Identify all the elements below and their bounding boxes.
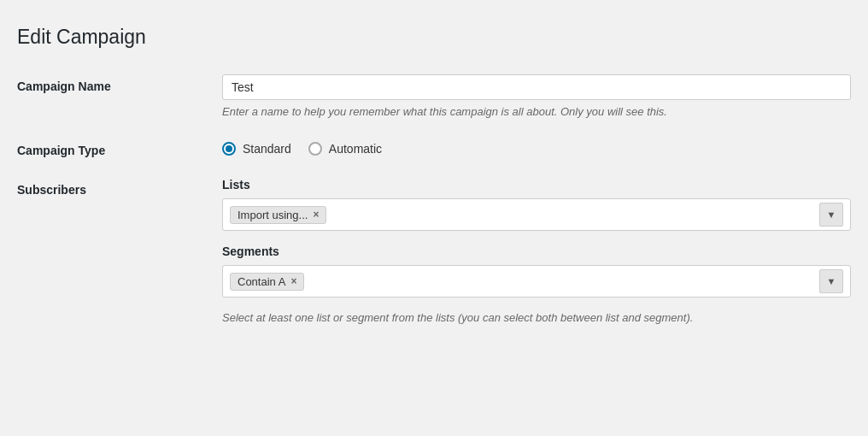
segment-item: Contain A × xyxy=(230,273,304,291)
radio-standard-circle xyxy=(222,142,236,156)
list-item-remove[interactable]: × xyxy=(313,209,319,220)
radio-automatic-circle xyxy=(308,142,322,156)
subscribers-row: Subscribers Lists Import using... × ▼ Se… xyxy=(17,178,851,324)
lists-select-container[interactable]: Import using... × ▼ xyxy=(222,198,851,231)
subscribers-label: Subscribers xyxy=(17,178,222,197)
campaign-type-radio-group: Standard Automatic xyxy=(222,138,851,156)
list-item-label: Import using... xyxy=(238,209,308,221)
lists-tags: Import using... × xyxy=(230,206,816,224)
campaign-name-row: Campaign Name Enter a name to help you r… xyxy=(17,74,851,118)
subscribers-field: Lists Import using... × ▼ Segments Conta… xyxy=(222,178,851,324)
radio-standard-label: Standard xyxy=(243,142,291,156)
campaign-name-input[interactable] xyxy=(222,74,851,100)
campaign-name-label: Campaign Name xyxy=(17,74,222,93)
segments-tags: Contain A × xyxy=(230,273,816,291)
lists-section-label: Lists xyxy=(222,178,851,191)
segments-dropdown-arrow[interactable]: ▼ xyxy=(819,269,843,293)
campaign-type-label: Campaign Type xyxy=(17,138,222,157)
subscribers-hint: Select at least one list or segment from… xyxy=(222,311,851,324)
segments-section-label: Segments xyxy=(222,245,851,258)
segment-item-label: Contain A xyxy=(238,275,285,288)
campaign-type-row: Campaign Type Standard Automatic xyxy=(17,138,851,157)
segments-select-container[interactable]: Contain A × ▼ xyxy=(222,265,851,298)
campaign-name-hint: Enter a name to help you remember what t… xyxy=(222,105,851,118)
edit-campaign-form: Campaign Name Enter a name to help you r… xyxy=(17,74,851,324)
radio-automatic[interactable]: Automatic xyxy=(308,142,382,156)
campaign-name-field: Enter a name to help you remember what t… xyxy=(222,74,851,118)
lists-dropdown-arrow[interactable]: ▼ xyxy=(819,203,843,227)
radio-standard[interactable]: Standard xyxy=(222,142,291,156)
campaign-type-field: Standard Automatic xyxy=(222,138,851,156)
list-item: Import using... × xyxy=(230,206,326,224)
radio-automatic-label: Automatic xyxy=(329,142,382,156)
segment-item-remove[interactable]: × xyxy=(290,276,296,286)
page-title: Edit Campaign xyxy=(17,26,851,49)
